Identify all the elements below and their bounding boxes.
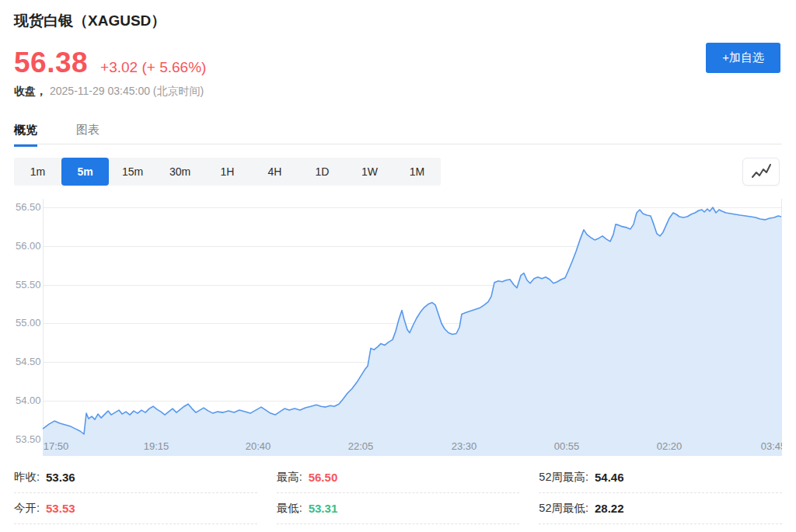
tab-divider xyxy=(14,144,782,144)
x-tick: 00:55 xyxy=(554,440,580,452)
range-1w[interactable]: 1W xyxy=(346,158,393,186)
y-tick: 55.00 xyxy=(16,317,41,329)
area-chart-canvas xyxy=(14,194,782,456)
range-1mo[interactable]: 1M xyxy=(393,158,441,186)
y-tick: 54.00 xyxy=(16,395,41,406)
range-1d[interactable]: 1D xyxy=(298,158,346,186)
stat-low: 最低: 53.31 xyxy=(277,493,520,524)
y-tick: 54.50 xyxy=(16,356,41,367)
y-tick: 56.00 xyxy=(16,240,41,252)
x-tick: 19:15 xyxy=(144,440,169,452)
price-row: 56.38 +3.02 (+ 5.66%) xyxy=(14,47,206,79)
x-tick: 17:50 xyxy=(44,440,69,452)
market-status: 收盘，2025-11-29 03:45:00 (北京时间) xyxy=(14,85,204,99)
price-change: +3.02 (+ 5.66%) xyxy=(100,59,206,76)
y-tick: 55.50 xyxy=(16,279,41,290)
last-price: 56.38 xyxy=(14,47,88,79)
page-title: 现货白银（XAGUSD） xyxy=(14,11,166,31)
range-5m[interactable]: 5m xyxy=(61,158,109,186)
range-1m[interactable]: 1m xyxy=(14,158,61,186)
stats-col-3: 52周最高: 54.46 52周最低: 28.22 xyxy=(539,462,782,524)
x-tick: 22:05 xyxy=(348,440,374,452)
tab-overview[interactable]: 概览 xyxy=(14,118,37,147)
tab-chart[interactable]: 图表 xyxy=(76,118,100,147)
x-tick: 02:20 xyxy=(657,440,683,452)
range-1h[interactable]: 1H xyxy=(204,158,251,186)
y-tick: 56.50 xyxy=(16,201,41,213)
range-30m[interactable]: 30m xyxy=(156,158,204,186)
y-tick: 53.50 xyxy=(16,433,41,445)
stat-prev-close: 昨收: 53.36 xyxy=(14,462,257,493)
stats-col-1: 昨收: 53.36 今开: 53.53 xyxy=(14,462,257,524)
chart-type-toggle-button[interactable] xyxy=(742,158,780,186)
range-4h[interactable]: 4H xyxy=(251,158,298,186)
price-chart[interactable]: 56.50 56.00 55.50 55.00 54.50 54.00 53.5… xyxy=(14,194,782,456)
x-tick: 20:40 xyxy=(246,440,271,452)
range-selector: 1m 5m 15m 30m 1H 4H 1D 1W 1M xyxy=(14,158,441,186)
quote-page: 现货白银（XAGUSD） 56.38 +3.02 (+ 5.66%) 收盘，20… xyxy=(0,0,796,532)
stat-52w-low: 52周最低: 28.22 xyxy=(539,493,782,524)
stat-high: 最高: 56.50 xyxy=(277,462,520,493)
status-label: 收盘， xyxy=(14,85,47,97)
quote-timestamp: 2025-11-29 03:45:00 (北京时间) xyxy=(50,85,204,97)
line-chart-icon xyxy=(749,161,773,183)
tabbar: 概览 图表 xyxy=(0,118,796,147)
chart-toolbar: 1m 5m 15m 30m 1H 4H 1D 1W 1M xyxy=(14,158,782,186)
stat-52w-high: 52周最高: 54.46 xyxy=(539,462,782,493)
stats-col-2: 最高: 56.50 最低: 53.31 xyxy=(277,462,520,524)
range-15m[interactable]: 15m xyxy=(109,158,156,186)
stat-open: 今开: 53.53 xyxy=(14,493,257,524)
stats-grid: 昨收: 53.36 今开: 53.53 最高: 56.50 最低: 53.31 … xyxy=(14,462,782,524)
x-tick: 03:45 xyxy=(761,440,782,452)
x-tick: 23:30 xyxy=(452,440,477,452)
add-watchlist-button[interactable]: +加自选 xyxy=(706,43,780,73)
